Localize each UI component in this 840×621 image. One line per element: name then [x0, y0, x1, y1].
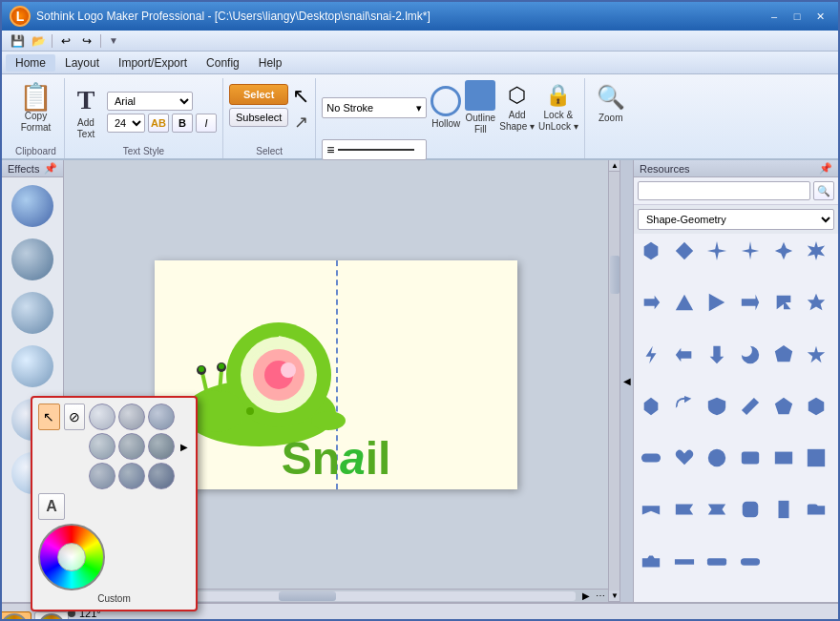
outline-fill-button[interactable] — [465, 80, 495, 111]
shape-arrow-right2[interactable] — [737, 289, 764, 316]
search-button[interactable]: 🔍 — [813, 181, 834, 200]
shape-star5[interactable] — [803, 342, 830, 368]
shape-arrow-right[interactable] — [638, 289, 664, 316]
menu-import-export[interactable]: Import/Export — [109, 54, 197, 72]
shape-diamond7[interactable] — [737, 393, 764, 420]
shape-star4b[interactable] — [737, 238, 764, 264]
shape-lightning[interactable] — [638, 342, 664, 368]
color-circle-2[interactable] — [118, 404, 145, 430]
italic-button[interactable]: I — [196, 114, 217, 133]
no-stroke-dropdown[interactable]: No Stroke ▾ — [322, 97, 427, 118]
v-scroll-thumb[interactable] — [610, 256, 620, 294]
subselect-button[interactable]: Subselect — [229, 108, 288, 127]
select-arrow-icon[interactable]: ↖ — [292, 84, 309, 109]
redo-button[interactable]: ↪ — [77, 32, 96, 50]
shape-heart[interactable] — [671, 445, 698, 471]
menu-help[interactable]: Help — [249, 54, 292, 72]
font-color-button[interactable]: AB — [148, 114, 169, 133]
shape-arrow-diag[interactable] — [770, 289, 797, 316]
subselect-arrow-icon[interactable]: ↗ — [294, 112, 308, 133]
expand-arrow[interactable]: ▶ — [178, 404, 190, 489]
font-size-select[interactable]: 24 — [107, 114, 145, 133]
effects-pin-icon[interactable]: 📌 — [44, 162, 57, 175]
save-button[interactable]: 💾 — [8, 32, 27, 50]
shape-tab2[interactable] — [638, 549, 664, 575]
color-circle-4[interactable] — [89, 433, 116, 460]
shape-hexagon[interactable] — [638, 238, 664, 264]
expand-icon[interactable]: ⋯ — [593, 590, 608, 601]
no-stroke-button[interactable]: ⊘ — [64, 404, 86, 430]
zoom-button[interactable]: 🔍 Zoom — [591, 80, 631, 128]
minimize-button[interactable]: – — [764, 8, 785, 25]
select-button[interactable]: Select — [229, 84, 288, 105]
shape-wide-rect2[interactable] — [704, 549, 730, 575]
open-button[interactable]: 📂 — [29, 32, 48, 50]
vertical-scrollbar[interactable]: ▲ ▼ — [608, 160, 620, 602]
effect-item-4[interactable] — [11, 345, 53, 387]
menu-layout[interactable]: Layout — [55, 54, 109, 72]
add-shape-button[interactable]: ⬡ — [508, 83, 526, 108]
title-controls[interactable]: – □ ✕ — [764, 8, 830, 25]
shape-rounded-rect[interactable] — [737, 445, 764, 471]
v-scroll-track[interactable] — [609, 172, 620, 590]
shape-banner3[interactable] — [704, 496, 730, 523]
shape-tab1[interactable] — [803, 496, 830, 523]
shape-diamond4[interactable] — [671, 238, 698, 264]
shape-shield[interactable] — [704, 393, 730, 420]
add-text-button[interactable]: T AddText — [71, 81, 101, 144]
right-expand-button[interactable]: ◀ — [620, 160, 633, 602]
search-input[interactable] — [638, 181, 810, 200]
maximize-button[interactable]: □ — [787, 8, 808, 25]
menu-home[interactable]: Home — [6, 54, 55, 72]
shape-rect-tall[interactable] — [770, 496, 797, 523]
gradient-tool-button[interactable] — [0, 611, 32, 621]
close-button[interactable]: ✕ — [809, 8, 830, 25]
scroll-right-button[interactable]: ▶ — [579, 590, 593, 601]
shape-diamond5[interactable] — [770, 342, 797, 368]
shape-circle[interactable] — [704, 445, 730, 471]
copy-format-button[interactable]: 📋 CopyFormat — [13, 80, 58, 137]
shape-rounded-square[interactable] — [737, 496, 764, 523]
undo-button[interactable]: ↩ — [56, 32, 75, 50]
shape-arrow-left[interactable] — [671, 342, 698, 368]
shape-star6a[interactable] — [803, 238, 830, 264]
shape-star3[interactable] — [803, 289, 830, 316]
color-circle-7[interactable] — [89, 463, 116, 489]
resources-pin-icon[interactable]: 📌 — [819, 162, 832, 175]
text-a-button[interactable]: A — [38, 493, 65, 520]
shape-crescent[interactable] — [737, 342, 764, 368]
effect-item-2[interactable] — [11, 238, 53, 280]
shape-diamond6[interactable] — [638, 393, 664, 420]
shape-banner1[interactable] — [638, 496, 664, 523]
color-circle-9[interactable] — [148, 463, 175, 489]
hollow-button[interactable] — [430, 86, 461, 116]
category-select[interactable]: Shape-Geometry — [638, 209, 834, 230]
shape-pentagon[interactable] — [770, 393, 797, 420]
lock-unlock-button[interactable]: 🔒 — [545, 83, 571, 108]
shape-wide-rect3[interactable] — [737, 549, 764, 575]
shape-rect[interactable] — [770, 445, 797, 471]
cursor-tool[interactable]: ↖ — [38, 404, 60, 430]
shape-wide-rect[interactable] — [671, 549, 698, 575]
shape-triangle-up[interactable] — [704, 289, 730, 316]
align-icon[interactable]: ≡ — [326, 142, 334, 157]
shape-arrow-down[interactable] — [704, 342, 730, 368]
menu-config[interactable]: Config — [197, 54, 249, 72]
effect-item-1[interactable] — [11, 185, 53, 227]
scroll-thumb[interactable] — [279, 591, 336, 601]
shape-star4a[interactable] — [704, 238, 730, 264]
shape-hexagon2[interactable] — [803, 393, 830, 420]
font-name-select[interactable]: Arial — [107, 92, 193, 111]
shape-rounded-rect-wide[interactable] — [638, 445, 664, 471]
shape-rect2[interactable] — [803, 445, 830, 471]
color-circle-5[interactable] — [118, 433, 145, 460]
color-circle-1[interactable] — [89, 404, 116, 430]
shape-triangle[interactable] — [671, 289, 698, 316]
shape-banner2[interactable] — [671, 496, 698, 523]
bold-button[interactable]: B — [172, 114, 193, 133]
color-circle-8[interactable] — [118, 463, 145, 489]
shape-arrow-curve[interactable] — [671, 393, 698, 420]
shape-star4c[interactable] — [770, 238, 797, 264]
color-circle-6[interactable] — [148, 433, 175, 460]
effect-item-3[interactable] — [11, 292, 53, 334]
